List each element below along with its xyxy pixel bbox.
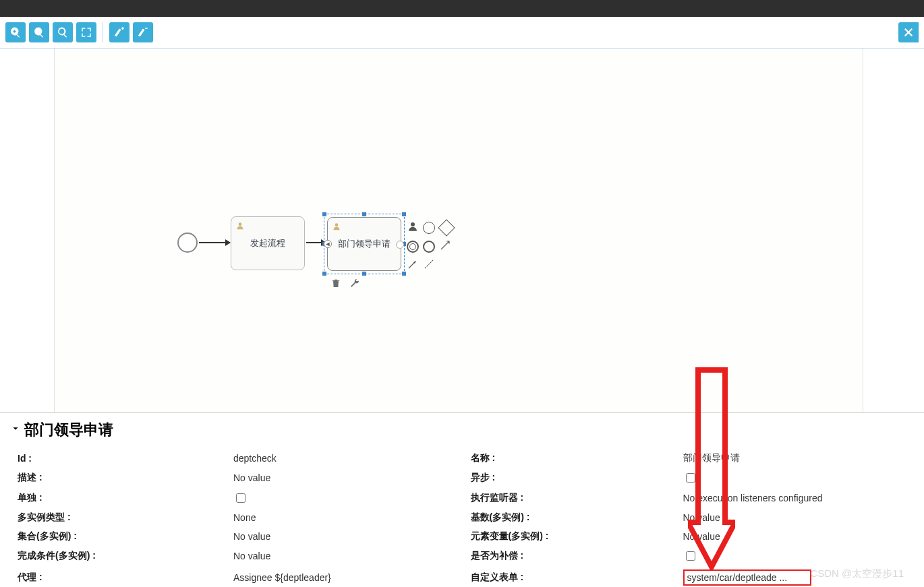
prop-checkbox[interactable] bbox=[236, 493, 246, 503]
property-grid: Id :deptcheck名称 :部门领导申请描述 :No value异步 :单… bbox=[11, 452, 913, 586]
prop-value[interactable]: Assignee ${deptleader} bbox=[233, 572, 464, 583]
prop-value[interactable]: No value bbox=[233, 551, 464, 561]
expand-icon[interactable] bbox=[439, 239, 451, 254]
svg-line-2 bbox=[425, 260, 433, 268]
prop-label[interactable]: 自定义表单 : bbox=[464, 571, 683, 584]
panel-title: 部门领导申请 bbox=[24, 420, 113, 440]
gateway-icon[interactable] bbox=[438, 219, 455, 236]
close-button[interactable] bbox=[898, 22, 919, 42]
window-top-bar bbox=[0, 0, 924, 17]
connect-remove-button[interactable] bbox=[133, 22, 153, 42]
context-pad-below bbox=[330, 278, 360, 291]
panel-title-row[interactable]: 部门领导申请 bbox=[11, 420, 913, 440]
user-task-icon bbox=[332, 222, 341, 231]
user-task-icon bbox=[235, 221, 245, 230]
toolbar bbox=[0, 17, 924, 49]
sequence-flow-1[interactable] bbox=[199, 242, 230, 243]
zoom-reset-button[interactable] bbox=[53, 22, 73, 42]
prop-value[interactable]: No execution listeners configured bbox=[683, 493, 914, 503]
prop-label[interactable]: 名称 : bbox=[464, 452, 683, 464]
prop-label[interactable]: 是否为补偿 : bbox=[464, 550, 683, 562]
delete-icon[interactable] bbox=[330, 278, 341, 291]
prop-value[interactable] bbox=[683, 549, 914, 563]
user-task-label: 部门领导申请 bbox=[338, 238, 391, 250]
context-pad-right bbox=[407, 220, 454, 273]
prop-value[interactable]: No value bbox=[233, 531, 464, 542]
watermark: CSDN @太空漫步11 bbox=[810, 567, 904, 580]
fit-screen-button[interactable] bbox=[76, 22, 96, 42]
zoom-out-button[interactable] bbox=[29, 22, 49, 42]
prop-label[interactable]: 描述 : bbox=[11, 472, 233, 484]
prop-value[interactable] bbox=[233, 491, 464, 505]
prop-label[interactable]: Id : bbox=[11, 453, 233, 464]
association-icon[interactable] bbox=[423, 258, 435, 273]
prop-label[interactable]: 多实例类型 : bbox=[11, 512, 233, 524]
canvas-area[interactable]: 发起流程 ◄ 部门领导申请 bbox=[0, 49, 924, 412]
prop-label[interactable]: 执行监听器 : bbox=[464, 492, 683, 504]
prop-value[interactable]: No value bbox=[683, 531, 914, 542]
task-left-connector: ◄ bbox=[324, 240, 332, 248]
prop-value[interactable]: No value bbox=[233, 472, 464, 483]
intermediate-event-icon[interactable] bbox=[423, 222, 435, 234]
properties-panel: 部门领导申请 Id :deptcheck名称 :部门领导申请描述 :No val… bbox=[0, 412, 924, 587]
prop-checkbox[interactable] bbox=[686, 551, 695, 561]
prop-value[interactable] bbox=[683, 471, 914, 485]
prop-label[interactable]: 单独 : bbox=[11, 492, 233, 504]
user-task-start-process[interactable]: 发起流程 bbox=[231, 216, 305, 270]
chevron-down-icon bbox=[11, 424, 20, 436]
canvas-inner bbox=[54, 49, 863, 412]
boundary-event-icon[interactable] bbox=[423, 241, 435, 253]
highlighted-value[interactable]: system/car/deptleade ... bbox=[683, 569, 811, 586]
toolbar-separator bbox=[103, 22, 103, 42]
prop-label[interactable]: 完成条件(多实例) : bbox=[11, 550, 233, 562]
start-event-node[interactable] bbox=[177, 233, 198, 253]
prop-checkbox[interactable] bbox=[686, 473, 695, 483]
wrench-icon[interactable] bbox=[349, 278, 360, 291]
prop-label[interactable]: 集合(多实例) : bbox=[11, 530, 233, 543]
prop-label[interactable]: 代理 : bbox=[11, 571, 233, 584]
user-task-dept-leader[interactable]: ◄ 部门领导申请 bbox=[327, 217, 401, 271]
connect-add-button[interactable] bbox=[109, 22, 129, 42]
tool-group-zoom bbox=[5, 22, 96, 42]
prop-label[interactable]: 基数(多实例) : bbox=[464, 512, 683, 524]
user-task-label: 发起流程 bbox=[250, 237, 285, 249]
prop-value[interactable]: deptcheck bbox=[233, 453, 464, 464]
prop-label[interactable]: 异步 : bbox=[464, 472, 683, 484]
prop-label[interactable]: 元素变量(多实例) : bbox=[464, 530, 683, 543]
prop-value[interactable]: No value bbox=[683, 512, 914, 523]
user-icon[interactable] bbox=[407, 220, 419, 235]
end-event-icon[interactable] bbox=[407, 241, 419, 253]
zoom-in-button[interactable] bbox=[5, 22, 26, 42]
prop-value[interactable]: 部门领导申请 bbox=[683, 452, 914, 464]
connect-arrow-icon[interactable] bbox=[407, 258, 419, 273]
prop-value[interactable]: None bbox=[233, 512, 464, 523]
tool-group-align bbox=[109, 22, 153, 42]
